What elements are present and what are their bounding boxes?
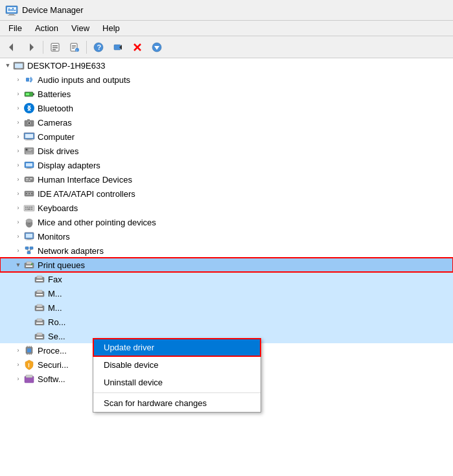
ro-icon xyxy=(34,316,45,328)
tree-item-monitors[interactable]: › Monitors xyxy=(0,229,453,244)
tree-item-print-queues[interactable]: ▼ Print queues xyxy=(0,258,453,272)
svg-rect-17 xyxy=(72,48,75,49)
context-menu-uninstall[interactable]: Uninstall device xyxy=(93,374,261,391)
tree-item-disk[interactable]: › Disk drives xyxy=(0,144,453,158)
tree-item-cameras[interactable]: › Cameras xyxy=(0,115,453,130)
network-expander[interactable]: › xyxy=(13,245,23,256)
svg-rect-65 xyxy=(27,207,29,208)
svg-rect-85 xyxy=(26,266,32,267)
software-expander[interactable]: › xyxy=(13,374,23,384)
hid-expander[interactable]: › xyxy=(13,174,23,185)
tree-item-hid[interactable]: › Human Interface Devices xyxy=(0,172,453,187)
display-expander[interactable]: › xyxy=(13,160,23,170)
svg-rect-101 xyxy=(36,337,43,338)
svg-rect-94 xyxy=(37,304,42,307)
tree-item-computer[interactable]: › Computer xyxy=(0,130,453,144)
audio-expander[interactable]: › xyxy=(13,74,23,85)
computer-expander[interactable]: › xyxy=(13,131,23,142)
tree-item-ide[interactable]: › IDE ATA/ATAPI controllers xyxy=(0,187,453,201)
mice-expander[interactable]: › xyxy=(13,217,23,227)
root-expander[interactable]: ▼ xyxy=(3,60,13,71)
tree-item-audio[interactable]: › Audio inputs and outputs xyxy=(0,73,453,87)
tree-item-fax[interactable]: › Fax xyxy=(0,272,453,286)
ide-expander[interactable]: › xyxy=(13,188,23,199)
network-label: Network adapters xyxy=(38,246,104,256)
svg-rect-88 xyxy=(37,276,42,278)
svg-text:!: ! xyxy=(28,362,30,368)
svg-rect-89 xyxy=(36,280,43,281)
tree-item-printer-m1[interactable]: › M... xyxy=(0,286,453,300)
svg-text:?: ? xyxy=(97,43,102,51)
context-menu-update-driver[interactable]: Update driver xyxy=(93,339,261,356)
scan-button[interactable] xyxy=(148,39,166,56)
tree-item-bluetooth[interactable]: › Bluetooth xyxy=(0,101,453,115)
disk-expander[interactable]: › xyxy=(13,146,23,156)
cameras-expander[interactable]: › xyxy=(13,117,23,128)
print-queues-expander[interactable]: ▼ xyxy=(13,260,23,270)
keyboards-expander[interactable]: › xyxy=(13,203,23,213)
svg-rect-45 xyxy=(26,153,32,153)
tree-item-printer-ro[interactable]: › Ro... xyxy=(0,315,453,329)
svg-rect-33 xyxy=(33,93,34,95)
svg-rect-34 xyxy=(26,93,29,95)
svg-text:i: i xyxy=(76,49,77,52)
svg-rect-57 xyxy=(29,180,30,181)
security-expander[interactable]: › xyxy=(13,359,23,370)
title-bar-text: Device Manager xyxy=(22,5,84,15)
software-label: Softw... xyxy=(38,374,65,384)
monitors-expander[interactable]: › xyxy=(13,231,23,242)
svg-rect-77 xyxy=(26,240,32,240)
forward-button[interactable] xyxy=(22,39,40,56)
m2-icon xyxy=(34,302,45,313)
update-driver-toolbar-button[interactable] xyxy=(109,39,127,56)
disable-button[interactable] xyxy=(128,39,146,56)
svg-rect-6 xyxy=(12,8,14,11)
svg-rect-95 xyxy=(36,308,43,310)
menu-action[interactable]: Action xyxy=(29,21,64,35)
properties-button[interactable] xyxy=(46,39,64,56)
tree-item-mice[interactable]: › Mice and other pointing devices xyxy=(0,215,453,229)
tree-item-network[interactable]: › Network adapters xyxy=(0,244,453,258)
svg-rect-97 xyxy=(37,319,42,321)
svg-rect-48 xyxy=(29,150,31,151)
uninstall-device-label: Uninstall device xyxy=(104,378,163,387)
svg-point-35 xyxy=(24,103,34,113)
batteries-expander[interactable]: › xyxy=(13,89,23,99)
help-button[interactable]: ? xyxy=(89,39,108,56)
mice-label: Mice and other pointing devices xyxy=(38,218,156,227)
context-menu: Update driver Disable device Uninstall d… xyxy=(93,338,261,413)
menu-file[interactable]: File xyxy=(3,21,28,35)
svg-rect-100 xyxy=(37,333,42,335)
svg-rect-103 xyxy=(27,348,31,352)
svg-rect-67 xyxy=(31,207,32,208)
tree-item-batteries[interactable]: › Batteries xyxy=(0,87,453,101)
context-menu-scan[interactable]: Scan for hardware changes xyxy=(93,394,261,412)
menu-help[interactable]: Help xyxy=(97,21,126,35)
tree-root[interactable]: ▼ DESKTOP-1H9E633 xyxy=(0,58,453,73)
svg-line-81 xyxy=(27,249,29,251)
tree-item-display[interactable]: › Display adapters xyxy=(0,158,453,172)
ide-icon xyxy=(23,188,35,199)
root-label: DESKTOP-1H9E633 xyxy=(27,61,105,71)
driver-details-button[interactable]: i xyxy=(65,39,84,56)
tree-item-keyboards[interactable]: › Keyboards xyxy=(0,201,453,215)
svg-rect-5 xyxy=(10,9,12,11)
cameras-icon xyxy=(23,117,35,128)
svg-point-60 xyxy=(26,193,27,194)
back-button[interactable] xyxy=(3,39,21,56)
cameras-label: Cameras xyxy=(38,118,72,128)
disable-device-label: Disable device xyxy=(104,360,159,370)
title-bar: Device Manager xyxy=(0,0,453,21)
disk-icon xyxy=(23,145,35,157)
audio-label: Audio inputs and outputs xyxy=(38,75,130,85)
monitors-icon xyxy=(23,231,35,242)
menu-view[interactable]: View xyxy=(65,21,95,35)
tree-item-printer-m2[interactable]: › M... xyxy=(0,300,453,315)
bluetooth-expander[interactable]: › xyxy=(13,103,23,113)
svg-rect-13 xyxy=(52,49,56,51)
svg-rect-80 xyxy=(27,251,30,254)
processor-expander[interactable]: › xyxy=(13,345,23,356)
context-menu-disable[interactable]: Disable device xyxy=(93,356,261,374)
processor-icon xyxy=(23,345,35,356)
svg-rect-52 xyxy=(26,168,32,169)
